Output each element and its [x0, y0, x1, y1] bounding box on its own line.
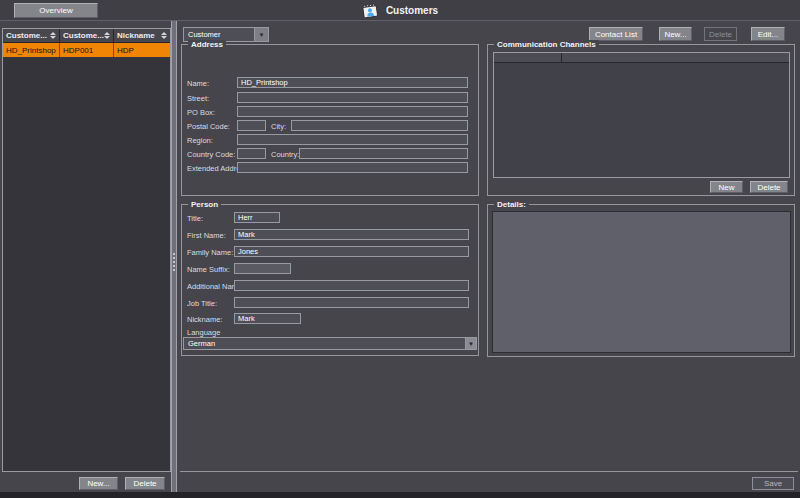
toolbar-edit-button[interactable]: Edit...: [751, 27, 785, 41]
address-group: Address Name: Street: PO Box: Postal Cod…: [181, 44, 479, 196]
family-name-field[interactable]: [234, 246, 469, 257]
bottom-separator: [180, 471, 798, 472]
channel-delete-button[interactable]: Delete: [750, 181, 788, 193]
title-field[interactable]: [234, 212, 280, 223]
channels-table: [493, 52, 790, 178]
pobox-field[interactable]: [237, 106, 468, 117]
channels-empty-area: [494, 63, 789, 177]
first-name-field[interactable]: [234, 229, 469, 240]
name-field[interactable]: [237, 77, 468, 88]
details-group: Details:: [487, 204, 795, 357]
city-label: City:: [271, 122, 286, 131]
postal-code-label: Postal Code:: [187, 122, 230, 131]
language-dropdown[interactable]: German ▼: [183, 337, 477, 350]
cell-nickname: HDP: [114, 43, 170, 57]
name-suffix-field[interactable]: [234, 263, 291, 274]
language-value: German: [184, 338, 465, 349]
first-name-label: First Name:: [187, 231, 226, 240]
title-bar: Overview Customers: [0, 0, 800, 21]
name-suffix-label: Name Suffix:: [187, 265, 230, 274]
overview-button[interactable]: Overview: [14, 3, 98, 18]
channels-table-header: [494, 53, 789, 63]
details-textarea[interactable]: [492, 211, 791, 353]
contact-list-button[interactable]: Contact List: [589, 27, 643, 41]
language-label: Language: [187, 328, 220, 337]
street-field[interactable]: [237, 92, 468, 103]
pobox-label: PO Box:: [187, 108, 215, 117]
customer-table-empty-area: [3, 57, 170, 473]
customer-new-button[interactable]: New...: [79, 477, 118, 490]
nickname-field[interactable]: [234, 313, 301, 324]
address-group-title: Address: [188, 40, 226, 49]
customer-table: Custome... Custome... Nickname HD_Prints…: [2, 28, 171, 472]
job-title-label: Job Title:: [187, 299, 217, 308]
name-label: Name:: [187, 79, 209, 88]
region-label: Region:: [187, 136, 213, 145]
sort-icon: [104, 32, 110, 39]
toolbar-new-button[interactable]: New...: [659, 27, 692, 41]
column-header-customer-id[interactable]: Custome...: [60, 29, 114, 42]
sort-icon: [50, 32, 56, 39]
customer-delete-button[interactable]: Delete: [125, 477, 165, 490]
street-label: Street:: [187, 94, 209, 103]
toolbar-delete-button[interactable]: Delete: [704, 27, 737, 41]
window-bottom-edge: [0, 492, 800, 498]
chevron-down-icon: ▼: [465, 338, 476, 349]
country-label: Country:: [271, 150, 299, 159]
family-name-label: Family Name:: [187, 248, 233, 257]
rolodex-icon: [362, 3, 379, 19]
country-code-field[interactable]: [237, 148, 266, 159]
column-header-nickname[interactable]: Nickname: [114, 29, 170, 42]
job-title-field[interactable]: [234, 297, 469, 308]
channels-column-2[interactable]: [562, 53, 789, 62]
window-title-group: Customers: [362, 0, 438, 21]
postal-code-field[interactable]: [237, 120, 266, 131]
communication-channels-group: Communication Channels New Delete: [487, 44, 795, 196]
city-field[interactable]: [291, 120, 468, 131]
page-title: Customers: [386, 5, 438, 16]
channels-column-1[interactable]: [494, 53, 562, 62]
country-code-label: Country Code:: [187, 150, 235, 159]
chevron-down-icon: ▼: [254, 28, 268, 41]
column-header-customer-name[interactable]: Custome...: [3, 29, 60, 42]
additional-name-field[interactable]: [234, 280, 469, 291]
save-button[interactable]: Save: [752, 477, 794, 490]
extended-address-field[interactable]: [237, 162, 468, 173]
nickname-label: Nickname:: [187, 315, 222, 324]
sort-icon: [161, 32, 167, 39]
cell-customer-name: HD_Printshop: [3, 43, 60, 57]
customer-table-header: Custome... Custome... Nickname: [3, 29, 170, 43]
channel-new-button[interactable]: New: [710, 181, 743, 193]
panel-splitter[interactable]: [171, 21, 177, 492]
communication-channels-title: Communication Channels: [494, 40, 599, 49]
person-group-title: Person: [188, 200, 221, 209]
splitter-grip-icon: [173, 253, 175, 271]
details-group-title: Details:: [494, 200, 529, 209]
customers-window: Overview Customers: [0, 0, 800, 498]
title-label: Title:: [187, 214, 203, 223]
country-field[interactable]: [299, 148, 468, 159]
customer-row-selected[interactable]: HD_Printshop HDP001 HDP: [3, 43, 170, 57]
person-group: Person Title: First Name: Family Name: N…: [181, 204, 479, 356]
region-field[interactable]: [237, 134, 468, 145]
cell-customer-id: HDP001: [60, 43, 114, 57]
